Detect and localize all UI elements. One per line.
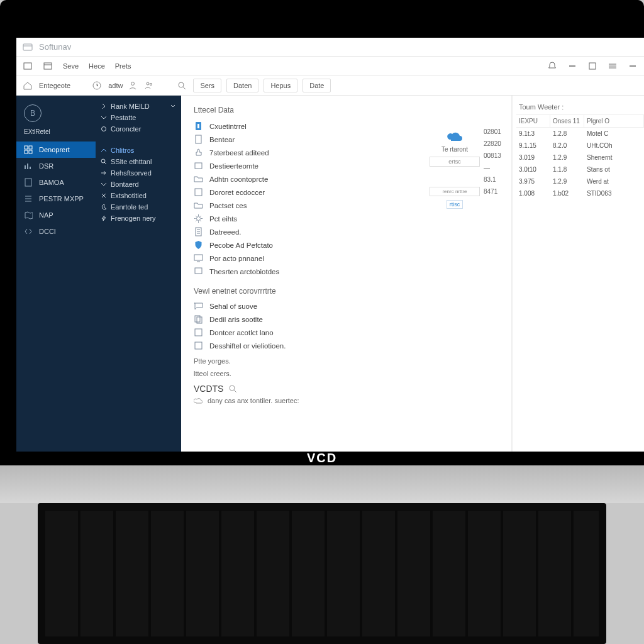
svg-point-14 [102,127,106,131]
laptop-keyboard [38,503,606,644]
col-header[interactable]: Onses 11 [550,115,584,127]
minimize-icon[interactable] [567,61,577,71]
list-item[interactable]: Datreeed. [194,225,414,238]
search-icon[interactable] [177,80,187,91]
tree-item[interactable]: Chlitros [99,145,177,156]
list-item[interactable]: 7sterbeest aditeed [194,146,414,159]
list-item[interactable]: Bentear [194,133,414,146]
doc-icon [24,178,33,187]
list-item[interactable]: Desshiftel or vieliotioen. [194,339,414,352]
cell: 8.2.0 [550,140,584,152]
tree-item[interactable]: Bontaerd [99,179,177,190]
list-item[interactable]: Cxuetintrrel [194,119,414,133]
tree-label: Rehsftsorved [111,169,152,177]
cell: 3.975 [516,175,550,187]
maximize-icon[interactable] [587,61,597,71]
bell-icon[interactable] [547,61,557,71]
svg-rect-27 [195,329,202,336]
list-label: Bentear [209,136,235,143]
menu-item[interactable]: Hece [89,62,105,70]
list-item[interactable]: Pactset ces [194,199,414,212]
list-item[interactable]: Dororet ecdoccer [194,186,414,199]
table-row[interactable]: 3.0t101.1.8Stans ot [516,164,644,175]
home-icon[interactable] [23,80,33,91]
col-header[interactable]: IEXPU [516,115,550,127]
nav-item[interactable]: BAMOA [16,174,96,191]
id-cell: 22820 [482,138,511,150]
tab[interactable]: Sers [193,79,221,92]
org-logo: B [16,101,96,126]
nav-item[interactable]: NAP [16,207,96,223]
mid-tag[interactable]: rtisc [447,200,464,209]
gear-icon [194,214,203,223]
menu-item[interactable]: Prets [115,62,131,70]
menu-item[interactable]: Seve [63,62,79,70]
list-label: Dontcer acotlct lano [209,329,274,336]
table-row[interactable]: 3.0191.2.9Shenernt [516,152,644,164]
search-icon[interactable] [228,384,237,393]
cell: STID063 [584,187,644,199]
note: dany cas anx tontiler. suertec: [194,396,414,405]
arrow-icon [101,170,107,176]
list-item[interactable]: Thesrten arctobiotdes [194,265,414,278]
nav-item[interactable]: Denoprert [16,142,96,158]
chat-icon [194,301,203,311]
table-row[interactable]: 9.1.158.2.0UHt.COh [516,140,644,152]
tree-item[interactable]: Rank MElLD [99,101,177,112]
list-label: Pct eihts [209,215,237,223]
content-list: Sehal of suove Dedil aris sootlte Dontce… [194,299,414,352]
list-label: 7sterbeest aditeed [209,149,269,157]
list-item[interactable]: Dontcer acotlct lano [194,326,414,339]
list-item[interactable]: Sehal of suove [194,299,414,313]
folder2-icon [194,201,203,210]
calendar-icon[interactable] [43,61,53,71]
svg-rect-19 [195,163,202,169]
tree-item[interactable]: Frenogen nery [99,213,177,224]
settings-icon[interactable] [608,61,618,71]
nav-item[interactable]: PESTR MXPP [16,191,96,207]
tree-item[interactable]: Eanrtole ted [99,201,177,213]
tree-item[interactable]: Extshotitied [99,190,177,201]
rpanel-head: IEXPU Onses 11 Plgrel O [516,114,644,128]
toolbar-label[interactable]: adtw [108,82,123,89]
bars-icon [24,194,33,203]
users-icon[interactable] [144,80,154,91]
clock-icon[interactable] [92,80,102,91]
tab[interactable]: Daten [226,79,258,92]
list-label: Datreeed. [209,228,242,236]
nav-item[interactable]: DCCI [16,223,96,240]
tree-item[interactable]: Pestatte [99,112,177,123]
list-item[interactable]: Adhtn coontoprcte [194,172,414,186]
col-header[interactable]: Plgrel O [584,115,644,127]
list-label: Pactset ces [209,202,247,209]
list-item[interactable]: Por acto pnnanel [194,252,414,265]
nav-item[interactable]: DSR [16,158,96,174]
list-item[interactable]: Dedil aris sootlte [194,313,414,326]
minimize2-icon[interactable] [628,61,638,71]
app-icon [23,42,33,52]
tab[interactable]: Hepus [264,79,297,92]
list-item[interactable]: Pct eihts [194,212,414,225]
mid-label: Te rtaront [430,146,480,153]
tree-item[interactable]: SSlte ethttanl [99,156,177,167]
table-row[interactable]: 3.9751.2.9Werd at [516,175,644,187]
tab[interactable]: Date [303,79,331,92]
list-label: Dororet ecdoccer [209,189,265,196]
list-item[interactable]: Pecobe Ad Pefctato [194,238,414,252]
user-icon[interactable] [128,80,138,91]
toolbar-label[interactable]: Entegeote [39,82,70,89]
tree-item[interactable]: Rehsftsorved [99,167,177,179]
tree-item[interactable]: Coroncter [99,123,177,135]
table-row[interactable]: 9.1t.31.2.8Motel C [516,128,644,140]
svg-rect-0 [23,44,32,50]
cell: UHt.COh [584,140,644,152]
note-text: dany cas anx tontiler. suertec: [208,397,299,404]
list-label: Adhtn coontoprcte [209,175,268,183]
svg-rect-3 [589,63,596,69]
list-item[interactable]: Destieerteomte [194,159,414,172]
svg-rect-18 [196,135,201,143]
svg-rect-1 [24,63,31,69]
cell: 1.2.9 [550,152,584,164]
window-icon[interactable] [23,61,33,71]
table-row[interactable]: 1.0081.b02STID063 [516,187,644,199]
